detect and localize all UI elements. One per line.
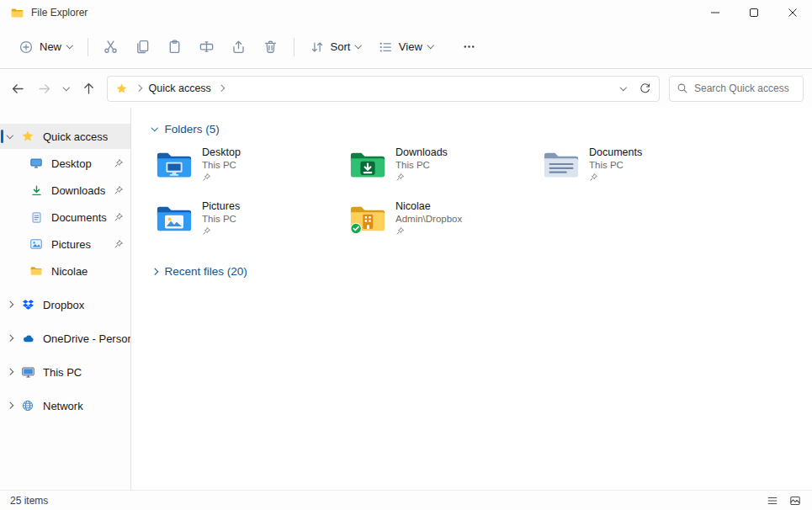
- sidebar-item-network[interactable]: Network: [0, 393, 130, 418]
- details-view-button[interactable]: [762, 492, 783, 509]
- rename-button[interactable]: [191, 33, 223, 61]
- more-options-button[interactable]: [453, 33, 485, 61]
- forward-button[interactable]: [31, 76, 57, 102]
- dropbox-icon: [20, 297, 35, 312]
- scissors-icon: [103, 39, 119, 55]
- back-button[interactable]: [5, 76, 31, 102]
- view-button[interactable]: View: [369, 34, 441, 61]
- pin-icon: [202, 226, 240, 236]
- share-icon: [231, 39, 247, 55]
- folder-name: Downloads: [395, 146, 448, 158]
- folders-section-header[interactable]: Folders (5): [152, 123, 220, 135]
- dropbox-folder-icon: [348, 202, 387, 236]
- folders-section-label: Folders (5): [165, 123, 220, 135]
- close-button[interactable]: [773, 0, 812, 25]
- chevron-down-icon: [427, 42, 434, 49]
- folder-tile-desktop[interactable]: Desktop This PC: [152, 146, 346, 199]
- thumbnail-view-icon: [788, 494, 802, 507]
- delete-button[interactable]: [255, 33, 287, 61]
- recent-locations-button[interactable]: [57, 76, 76, 102]
- expand-collapse-toggle[interactable]: [0, 403, 20, 408]
- sidebar-item-desktop[interactable]: Desktop: [0, 151, 130, 176]
- sidebar-item-label: Nicolae: [51, 265, 88, 278]
- chevron-down-icon: [151, 125, 158, 131]
- view-button-label: View: [399, 40, 422, 53]
- chevron-right-icon: [7, 301, 13, 308]
- folder-tile-nicolae[interactable]: Nicolae Admin\Dropbox: [346, 199, 539, 253]
- onedrive-cloud-icon: [20, 331, 35, 346]
- sidebar-item-dropbox[interactable]: Dropbox: [0, 292, 130, 317]
- documents-icon: [29, 210, 44, 225]
- sidebar-item-nicolae[interactable]: Nicolae: [0, 258, 130, 284]
- expand-collapse-toggle[interactable]: [0, 369, 20, 375]
- sort-button-label: Sort: [331, 40, 351, 53]
- sidebar-item-pictures[interactable]: Pictures: [0, 231, 130, 257]
- address-bar[interactable]: Quick access: [107, 76, 660, 102]
- toolbar-divider: [294, 38, 295, 56]
- sidebar-item-documents[interactable]: Documents: [0, 205, 130, 230]
- large-thumbnails-view-button[interactable]: [785, 492, 805, 509]
- file-explorer-window: File Explorer New: [0, 0, 812, 510]
- chevron-down-icon: [66, 42, 73, 49]
- list-view-icon: [766, 494, 779, 507]
- pin-icon: [114, 185, 124, 195]
- search-box[interactable]: [669, 76, 804, 102]
- sidebar-item-label: Downloads: [51, 184, 105, 197]
- folder-location: This PC: [589, 160, 642, 170]
- chevron-right-icon: [7, 402, 13, 409]
- expand-collapse-toggle[interactable]: [0, 302, 20, 307]
- window-controls: [696, 0, 812, 25]
- recent-files-section-header[interactable]: Recent files (20): [152, 265, 247, 278]
- sidebar-item-downloads[interactable]: Downloads: [0, 178, 130, 203]
- expand-collapse-toggle[interactable]: [0, 135, 20, 138]
- up-button[interactable]: [76, 76, 102, 102]
- sidebar-item-label: Dropbox: [43, 299, 84, 311]
- pin-icon: [114, 239, 124, 249]
- ellipsis-icon: [463, 40, 475, 53]
- new-button[interactable]: New: [10, 34, 81, 61]
- sidebar-item-label: This PC: [43, 366, 82, 379]
- expand-collapse-toggle[interactable]: [0, 336, 20, 341]
- recent-files-section-label: Recent files (20): [165, 265, 247, 278]
- sidebar-item-quick-access[interactable]: Quick access: [0, 124, 130, 149]
- window-title: File Explorer: [31, 7, 88, 19]
- maximize-button[interactable]: [735, 0, 773, 25]
- chevron-down-icon: [63, 84, 70, 91]
- cut-button[interactable]: [95, 33, 127, 61]
- sidebar-item-label: Network: [43, 400, 83, 412]
- folder-tile-downloads[interactable]: Downloads This PC: [346, 146, 539, 199]
- folder-tile-pictures[interactable]: Pictures This PC: [152, 199, 346, 253]
- plus-circle-icon: [19, 40, 34, 55]
- chevron-down-icon: [7, 132, 13, 139]
- rename-icon: [199, 39, 215, 55]
- folder-name: Documents: [589, 146, 642, 158]
- breadcrumb-location[interactable]: Quick access: [149, 82, 211, 94]
- paste-button[interactable]: [159, 33, 191, 61]
- chevron-right-icon: [7, 369, 13, 375]
- desktop-icon: [29, 156, 44, 171]
- folder-icon: [29, 263, 44, 279]
- folder-name: Pictures: [202, 200, 240, 212]
- copy-button[interactable]: [127, 33, 159, 61]
- command-bar: New: [0, 25, 812, 69]
- sidebar-item-onedrive[interactable]: OneDrive - Personal: [0, 326, 130, 351]
- sidebar-item-label: OneDrive - Personal: [43, 332, 130, 345]
- new-button-label: New: [40, 40, 61, 53]
- app-icon: [10, 6, 24, 20]
- pin-icon: [114, 212, 124, 222]
- downloads-icon: [29, 183, 44, 198]
- address-dropdown-icon[interactable]: [619, 84, 626, 91]
- folder-name: Nicolae: [395, 200, 462, 212]
- pictures-icon: [29, 236, 44, 252]
- search-input[interactable]: [694, 82, 793, 94]
- refresh-button[interactable]: [639, 82, 651, 95]
- minimize-button[interactable]: [696, 0, 735, 25]
- share-button[interactable]: [223, 33, 255, 61]
- sidebar-item-this-pc[interactable]: This PC: [0, 359, 130, 385]
- sort-button[interactable]: Sort: [301, 34, 369, 61]
- search-icon: [677, 82, 688, 94]
- folder-location: This PC: [202, 214, 240, 224]
- quick-access-star-icon: [20, 129, 35, 144]
- computer-icon: [20, 364, 35, 380]
- folder-tile-documents[interactable]: Documents This PC: [539, 146, 733, 199]
